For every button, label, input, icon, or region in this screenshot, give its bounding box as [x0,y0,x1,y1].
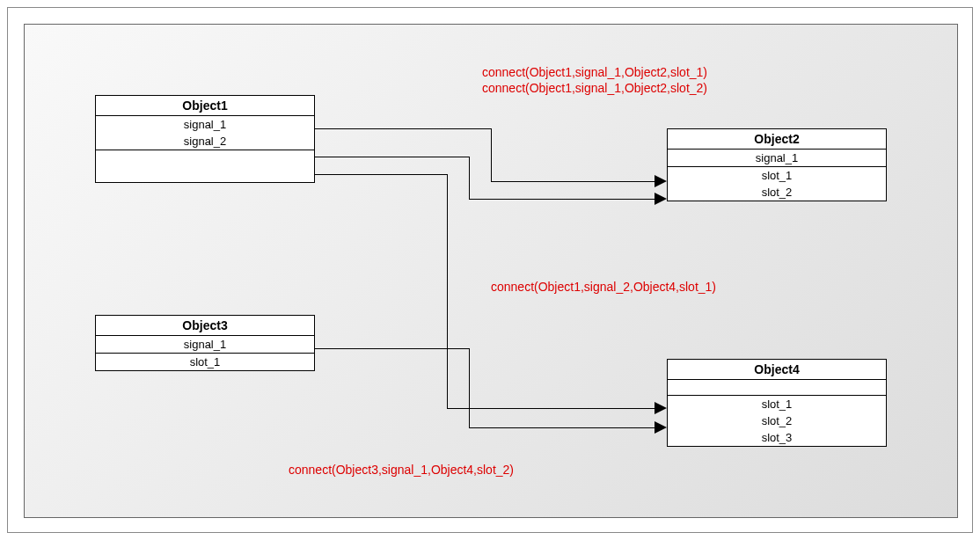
connector-o1-o4-arrow [655,402,667,414]
connector-o3-o4-h2 [469,427,656,428]
object3-title: Object3 [96,316,314,336]
connector-o1-o2-slot2-h1 [315,157,469,157]
connection-label-3: connect(Object1,signal_2,Object4,slot_1) [491,280,716,294]
object4-slot-3: slot_3 [668,429,886,446]
object4-title: Object4 [668,360,886,380]
object4-box: Object4 slot_1 slot_2 slot_3 [667,359,887,447]
object3-box: Object3 signal_1 slot_1 [95,315,315,371]
object4-slot-1: slot_1 [668,396,886,412]
object1-slots-empty [96,150,314,182]
object1-signal-1: signal_1 [96,116,314,133]
object1-signal-2: signal_2 [96,133,314,150]
object1-title: Object1 [96,96,314,116]
connector-o3-o4-v [469,348,470,427]
connector-o1-o2-slot2-v [469,157,470,199]
object2-box: Object2 signal_1 slot_1 slot_2 [667,128,887,201]
object1-box: Object1 signal_1 signal_2 [95,95,315,183]
connector-o3-o4-arrow [655,421,667,434]
connector-o1-o4-h2 [447,408,656,409]
connector-o1-o2-slot1-h2 [491,181,656,182]
connector-o3-o4-h1 [315,348,469,349]
diagram-canvas: Object1 signal_1 signal_2 Object2 signal… [24,24,958,518]
connector-o1-o2-slot1-h1 [315,128,491,129]
object4-signals-empty [668,380,886,396]
connector-o1-o2-slot1-arrow [655,175,667,187]
object2-slot-1: slot_1 [668,167,886,184]
connection-label-2: connect(Object1,signal_1,Object2,slot_2) [482,81,707,95]
object2-slot-2: slot_2 [668,184,886,201]
connection-label-4: connect(Object3,signal_1,Object4,slot_2) [289,463,514,477]
connector-o1-o4-v [447,174,448,408]
connection-label-1: connect(Object1,signal_1,Object2,slot_1) [482,65,707,79]
connector-o1-o4-h1 [315,174,447,175]
object3-slot-1: slot_1 [96,354,314,370]
diagram-outer-frame: Object1 signal_1 signal_2 Object2 signal… [7,7,973,533]
connector-o1-o2-slot1-v [491,128,492,181]
connector-o1-o2-slot2-arrow [655,193,667,205]
object3-signal-1: signal_1 [96,336,314,354]
object2-signal-1: signal_1 [668,150,886,167]
object4-slot-2: slot_2 [668,412,886,429]
connector-o1-o2-slot2-h2 [469,199,656,200]
object2-title: Object2 [668,129,886,150]
